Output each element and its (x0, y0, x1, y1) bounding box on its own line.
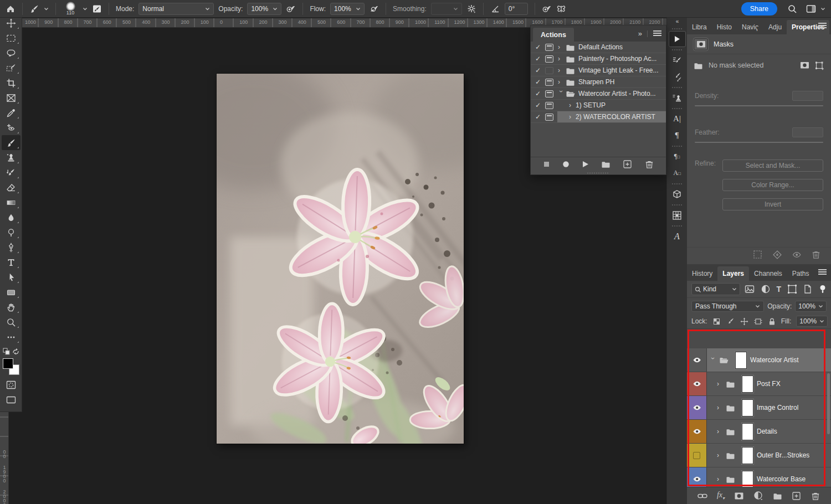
include-checkmark-icon[interactable]: ✓ (531, 43, 545, 51)
include-checkmark-icon[interactable]: ✓ (531, 101, 545, 109)
brushes-panel-icon[interactable] (669, 69, 686, 85)
chevron-down-icon[interactable] (83, 7, 88, 11)
symmetry-butterfly-icon[interactable] (556, 4, 566, 14)
stop-icon[interactable] (543, 161, 550, 168)
eye-icon[interactable] (693, 404, 701, 412)
action-row[interactable]: ✓ › Painterly - Photoshop Ac... (531, 53, 666, 65)
character-panel-icon[interactable]: A| (669, 111, 686, 127)
smoothing-select[interactable] (431, 3, 462, 15)
layer-fx-icon[interactable]: fx▾ (717, 491, 725, 501)
density-slider[interactable] (695, 105, 823, 106)
glyphs-panel-icon[interactable]: A (669, 228, 686, 244)
tab-channels[interactable]: Channels (749, 266, 787, 281)
clone-stamp-tool[interactable] (2, 150, 20, 165)
frame-tool[interactable] (2, 90, 20, 105)
action-row[interactable]: ✓ › Default Actions (531, 42, 666, 53)
airbrush-icon[interactable] (369, 4, 379, 14)
invert-button[interactable]: Invert (722, 198, 823, 210)
path-selection-tool[interactable] (2, 270, 20, 285)
layer-row[interactable]: › Watercolor Base (687, 467, 831, 487)
include-checkmark-icon[interactable]: ✓ (531, 66, 545, 74)
layers-opacity-select[interactable]: 100% (795, 301, 827, 312)
dialog-toggle-icon[interactable] (545, 55, 553, 63)
lock-paint-icon[interactable] (726, 317, 735, 326)
edit-toolbar-icon[interactable] (2, 330, 20, 344)
expand-arrow-icon[interactable]: › (558, 55, 565, 63)
density-input[interactable] (792, 91, 823, 101)
layer-expand-arrow-icon[interactable]: › (709, 357, 717, 363)
blend-mode-select[interactable]: Normal (138, 3, 214, 15)
share-button[interactable]: Share (741, 2, 777, 16)
layer-mask-thumbnail[interactable] (742, 471, 753, 487)
panel-menu-icon[interactable] (818, 23, 827, 29)
layer-mask-thumbnail[interactable] (742, 376, 753, 393)
layer-blend-mode-select[interactable]: Pass Through (691, 301, 764, 312)
kind-filter-select[interactable]: Kind (691, 283, 740, 295)
new-layer-icon[interactable] (792, 491, 801, 501)
eye-icon[interactable] (693, 380, 701, 388)
pressure-size-icon[interactable] (542, 4, 552, 14)
feather-input[interactable] (792, 127, 823, 137)
mask-badge-icon[interactable] (694, 38, 708, 50)
filter-type-icon[interactable]: T (776, 285, 781, 294)
dialog-toggle-icon[interactable] (545, 79, 553, 86)
panel-menu-icon[interactable] (818, 269, 827, 275)
dodge-tool[interactable] (2, 225, 20, 240)
layer-expand-arrow-icon[interactable]: › (717, 404, 722, 412)
add-vector-mask-icon[interactable] (815, 61, 824, 70)
layer-mask-thumbnail[interactable] (742, 447, 753, 464)
lock-all-icon[interactable] (768, 317, 776, 326)
workspace-icon[interactable] (806, 4, 816, 14)
filter-smart-object-icon[interactable] (803, 284, 813, 294)
character-styles-panel-icon[interactable]: A□ (669, 165, 686, 181)
include-checkmark-icon[interactable]: ✓ (531, 90, 545, 97)
home-icon[interactable] (6, 4, 16, 14)
filter-image-icon[interactable] (745, 284, 755, 294)
layer-expand-arrow-icon[interactable]: › (717, 451, 722, 459)
layer-row[interactable]: › Post FX (687, 372, 831, 396)
filter-shape-icon[interactable] (787, 284, 797, 294)
layer-mask-thumbnail[interactable] (742, 423, 753, 440)
clone-source-panel-icon[interactable] (669, 90, 686, 106)
dock-drag-handle[interactable] (667, 144, 687, 148)
angle-input[interactable]: 0° (505, 3, 528, 15)
layer-visibility-toggle[interactable] (687, 420, 707, 443)
color-range-button[interactable]: Color Range... (722, 179, 823, 191)
expand-arrow-icon[interactable]: › (557, 90, 565, 97)
new-action-icon[interactable] (623, 160, 632, 169)
hand-tool[interactable] (2, 300, 20, 315)
screen-mode-button[interactable] (2, 392, 20, 407)
tab-histo[interactable]: Histo (712, 20, 737, 34)
action-row[interactable]: ✓ › Sharpen PH (531, 76, 666, 88)
scrollbar[interactable] (827, 373, 830, 434)
eye-icon[interactable] (693, 356, 701, 364)
actions-panel-icon[interactable] (669, 31, 686, 47)
paragraph-styles-panel-icon[interactable]: ¶□ (669, 148, 686, 164)
expand-arrow-icon[interactable]: › (569, 113, 576, 121)
delete-icon[interactable] (644, 160, 654, 169)
layer-mask-thumb-icon[interactable] (800, 61, 809, 70)
layer-visibility-toggle[interactable] (687, 467, 707, 487)
layer-mask-thumbnail[interactable] (742, 399, 753, 416)
dialog-toggle-icon[interactable] (545, 102, 553, 109)
layer-row[interactable]: › Details (687, 420, 831, 444)
opacity-select[interactable]: 100% (247, 3, 281, 15)
brush-tool-icon[interactable] (29, 4, 39, 14)
pressure-opacity-icon[interactable] (286, 4, 296, 14)
include-checkmark-icon[interactable]: ✓ (531, 78, 545, 86)
expand-arrow-icon[interactable]: › (558, 66, 565, 74)
search-icon[interactable] (787, 4, 797, 14)
apply-mask-icon[interactable] (772, 250, 782, 260)
filter-adjustment-icon[interactable] (761, 284, 771, 294)
eye-icon[interactable] (693, 475, 701, 483)
chevron-down-icon[interactable] (820, 7, 825, 11)
flow-select[interactable]: 100% (330, 3, 365, 15)
panel-toggle-icon[interactable] (92, 4, 102, 14)
history-brush-tool[interactable] (2, 165, 20, 180)
eye-icon[interactable] (693, 428, 701, 435)
move-tool[interactable] (2, 16, 20, 30)
record-icon[interactable] (562, 161, 570, 168)
chevron-down-icon[interactable] (44, 7, 49, 11)
action-row[interactable]: ✓ › 1) SETUP (531, 100, 666, 111)
dialog-toggle-icon[interactable] (545, 67, 553, 74)
